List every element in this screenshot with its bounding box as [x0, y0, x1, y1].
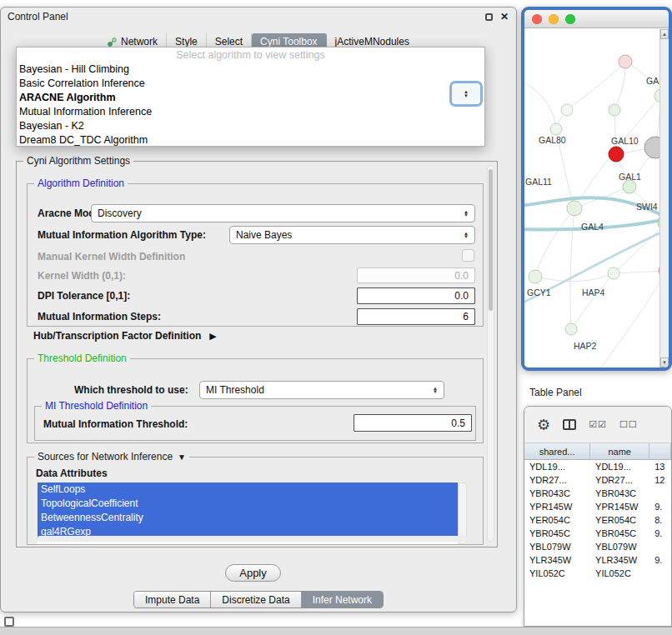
network-node[interactable] [529, 270, 542, 283]
data-attribute-item[interactable]: BetweennessCentrality [38, 511, 458, 525]
algorithm-option[interactable]: Mutual Information Inference [17, 105, 484, 119]
data-attribute-item[interactable]: TopologicalCoefficient [38, 497, 458, 511]
kernel-width-input[interactable]: 0.0 [357, 268, 475, 283]
table-cell: YBR045C [524, 527, 590, 540]
tab-label: Style [175, 36, 198, 48]
tab-discretize-data[interactable]: Discretize Data [210, 592, 300, 608]
table-row[interactable]: YIL052CYIL052C [524, 567, 671, 580]
dpi-tolerance-input[interactable]: 0.0 [357, 288, 475, 304]
table-row[interactable]: YBR043CYBR043C [524, 487, 671, 500]
group-title-mi-threshold: MI Threshold Definition [42, 400, 151, 412]
table-row[interactable]: YLR345WYLR345W9. [524, 553, 671, 567]
network-node[interactable] [608, 268, 619, 279]
scroll-up-icon[interactable]: ▲ [660, 29, 669, 39]
network-node[interactable] [609, 147, 624, 162]
network-node[interactable] [550, 123, 562, 135]
attributes-list-scrollbar[interactable] [458, 482, 467, 544]
select-all-columns-icon[interactable]: ☑☑ [589, 419, 607, 430]
algorithm-option[interactable]: Bayesian - K2 [17, 119, 484, 133]
data-attributes-list[interactable]: SelfLoopsTopologicalCoefficientBetweenne… [38, 482, 458, 544]
table-row[interactable]: YBL079WYBL079W [524, 540, 671, 553]
tab-impute-data[interactable]: Impute Data [134, 592, 210, 608]
table-cell: YBR043C [524, 487, 590, 500]
hub-definition-toggle[interactable]: Hub/Transcription Factor Definition ▶ [33, 330, 217, 342]
column-header[interactable]: shared... [524, 443, 590, 459]
kernel-width-label: Kernel Width (0,1): [38, 270, 126, 282]
table-row[interactable]: YER054CYER054C8. [524, 513, 671, 527]
network-window-titlebar[interactable] [524, 10, 669, 28]
network-edge [614, 62, 625, 110]
expand-right-icon[interactable]: ▶ [209, 331, 216, 342]
table-cell: YLR345W [590, 553, 649, 567]
table-row[interactable]: YDL19...YDL19...13 [524, 460, 671, 473]
data-attribute-item[interactable]: SelfLoops [38, 482, 458, 497]
hub-definition-label: Hub/Transcription Factor Definition [33, 330, 201, 342]
table-cell: YDR27... [590, 473, 649, 487]
table-cell: YDR27... [524, 473, 590, 487]
control-panel-titlebar[interactable]: Control Panel ✕ [1, 8, 516, 26]
network-edge [614, 222, 666, 273]
network-node[interactable] [561, 104, 573, 116]
mi-threshold-input[interactable]: 0.5 [354, 414, 472, 432]
table-cell: 9. [649, 500, 671, 513]
column-header[interactable] [649, 443, 671, 459]
combo-arrows-icon: ▲▼ [433, 387, 438, 394]
network-node[interactable] [609, 104, 620, 116]
network-node[interactable] [565, 323, 577, 335]
table-cell: 13 [649, 460, 671, 473]
table-toolbar: ⚙ ☑☑ ☐☐ [524, 407, 671, 443]
table-row[interactable]: YDR27...YDR27...12 [524, 473, 671, 487]
table-panel-window: ⚙ ☑☑ ☐☐ shared...name YDL19...YDL19...13… [524, 406, 672, 627]
scroll-down-icon[interactable]: ▼ [660, 358, 669, 368]
which-threshold-label: Which threshold to use: [74, 384, 188, 396]
float-window-icon[interactable] [485, 13, 493, 21]
columns-icon[interactable] [563, 419, 576, 430]
selected-value: MI Threshold [206, 384, 433, 396]
network-edge [535, 208, 574, 277]
table-body: YDL19...YDL19...13YDR27...YDR27...12YBR0… [524, 460, 671, 580]
table-cell: YIL052C [524, 567, 590, 580]
close-traffic-icon[interactable] [532, 14, 542, 24]
algorithm-option[interactable]: Basic Correlation Inference [17, 77, 484, 91]
network-node[interactable] [623, 180, 636, 193]
node-label: GAL80 [539, 135, 566, 145]
algorithm-combobox-button[interactable]: ▲▼ [449, 81, 483, 107]
zoom-traffic-icon[interactable] [565, 14, 575, 24]
group-title-cyni-settings: Cyni Algorithm Settings [23, 155, 133, 168]
table-row[interactable]: YPR145WYPR145W9. [524, 500, 671, 513]
table-row[interactable]: YBR045CYBR045C9. [524, 527, 671, 540]
selected-value: Naive Bayes [236, 229, 464, 241]
network-node[interactable] [567, 201, 582, 216]
which-threshold-select[interactable]: MI Threshold ▲▼ [199, 381, 444, 399]
table-cell: YBL079W [524, 540, 590, 553]
mi-steps-input[interactable]: 6 [357, 308, 475, 325]
sources-group: Sources for Network Inference ▼ Data Att… [27, 457, 484, 545]
network-scrollbar[interactable]: ▲ ▼ [659, 29, 669, 368]
mi-type-select[interactable]: Naive Bayes ▲▼ [229, 226, 475, 244]
apply-button[interactable]: Apply [225, 564, 281, 582]
control-panel-window: Control Panel ✕ NetworkStyleSelectCyni T… [0, 7, 517, 612]
horizontal-scrollbar[interactable] [38, 536, 467, 542]
algorithm-option[interactable]: ARACNE Algorithm [17, 91, 484, 105]
aracne-mode-select[interactable]: Discovery ▲▼ [91, 204, 475, 222]
network-node[interactable] [619, 55, 632, 68]
minimize-traffic-icon[interactable] [549, 14, 559, 24]
tab-infer-network[interactable]: Infer Network [301, 592, 383, 608]
gear-icon[interactable]: ⚙ [537, 418, 550, 432]
minimized-panel-icon[interactable] [4, 617, 14, 627]
settings-scrollbar[interactable] [487, 165, 494, 542]
scrollbar-thumb[interactable] [489, 169, 493, 311]
manual-kernel-label: Manual Kernel Width Definition [38, 251, 185, 262]
network-edge [571, 273, 614, 329]
close-icon[interactable]: ✕ [500, 12, 509, 22]
group-title-threshold-definition: Threshold Definition [34, 352, 130, 365]
algorithm-option[interactable]: Bayesian - Hill Climbing [17, 62, 484, 77]
bottom-window-edge [0, 627, 672, 635]
deselect-all-columns-icon[interactable]: ☐☐ [619, 419, 638, 430]
column-header[interactable]: name [590, 443, 649, 459]
combo-arrows-icon: ▲▼ [464, 232, 469, 239]
collapse-down-icon[interactable]: ▼ [178, 451, 186, 463]
network-canvas[interactable]: GALGAL80GAL10GAL11GAL1SWI4GAL4GCY1HAP4HA… [524, 29, 669, 368]
manual-kernel-checkbox[interactable] [462, 249, 474, 262]
algorithm-option[interactable]: Dream8 DC_TDC Algorithm [17, 133, 484, 148]
